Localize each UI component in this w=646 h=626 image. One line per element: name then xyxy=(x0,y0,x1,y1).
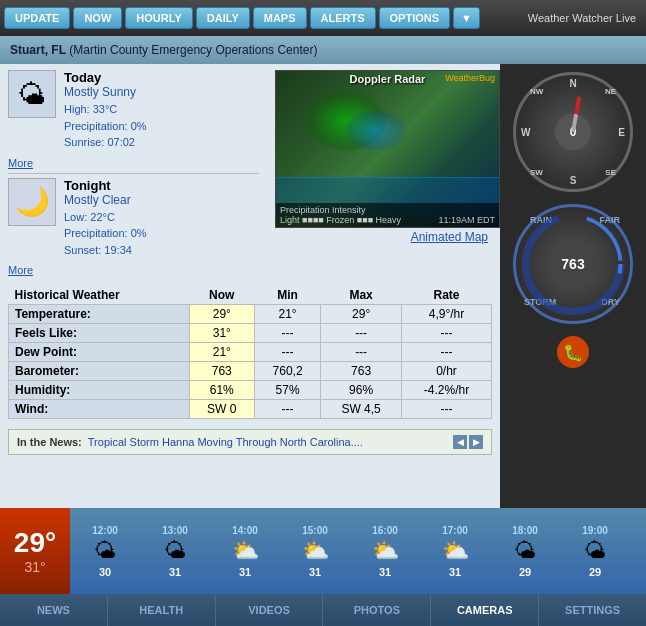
hourly-icon: 🌤 xyxy=(94,538,116,564)
bottom-nav-videos[interactable]: VIDEOS xyxy=(216,594,324,626)
hist-col-rate: Rate xyxy=(401,286,491,305)
hist-label: Humidity: xyxy=(9,381,190,400)
radar-title: Doppler Radar xyxy=(350,73,426,85)
hist-label: Dew Point: xyxy=(9,343,190,362)
hist-max: 763 xyxy=(321,362,402,381)
news-prev-button[interactable]: ◀ xyxy=(453,435,467,449)
hist-now: 61% xyxy=(189,381,254,400)
current-temp-box: 29° 31° xyxy=(0,508,70,594)
weather-left-col: 🌤 Today Mostly Sunny High: 33°C Precipit… xyxy=(8,70,259,276)
hist-min: --- xyxy=(254,324,320,343)
left-panel: 🌤 Today Mostly Sunny High: 33°C Precipit… xyxy=(0,64,500,508)
hourly-item: 18:00 🌤 29 xyxy=(490,521,560,582)
hist-min: --- xyxy=(254,343,320,362)
news-nav: ◀ ▶ xyxy=(453,435,483,449)
bottom-nav-photos[interactable]: PHOTOS xyxy=(323,594,431,626)
compass-se-label: SE xyxy=(605,168,616,177)
bottom-nav-news[interactable]: NEWS xyxy=(0,594,108,626)
animated-map-link[interactable]: Animated Map xyxy=(267,230,488,244)
tonight-icon: 🌙 xyxy=(8,178,56,226)
today-block: 🌤 Today Mostly Sunny High: 33°C Precipit… xyxy=(8,70,259,151)
hourly-temp: 31 xyxy=(449,566,461,578)
table-row: Barometer: 763 760,2 763 0/hr xyxy=(9,362,492,381)
table-row: Wind: SW 0 --- SW 4,5 --- xyxy=(9,400,492,419)
hist-label: Temperature: xyxy=(9,305,190,324)
hist-max: 96% xyxy=(321,381,402,400)
hourly-icon: 🌤 xyxy=(164,538,186,564)
hist-now: 31° xyxy=(189,324,254,343)
tonight-info: Tonight Mostly Clear Low: 22°C Precipita… xyxy=(64,178,259,259)
hourly-time: 12:00 xyxy=(92,525,118,536)
hist-label: Wind: xyxy=(9,400,190,419)
hourly-items: 12:00 🌤 30 13:00 🌤 31 14:00 ⛅ 31 15:00 ⛅… xyxy=(70,521,630,582)
hist-max: --- xyxy=(321,343,402,362)
right-panel: N S E W NE NW SE SW 0 RAIN xyxy=(500,64,646,508)
hourly-time: 14:00 xyxy=(232,525,258,536)
hourly-button[interactable]: HOURLY xyxy=(125,7,192,29)
today-icon: 🌤 xyxy=(8,70,56,118)
compass-w-label: W xyxy=(521,127,530,138)
bottom-nav-health[interactable]: HEALTH xyxy=(108,594,216,626)
compass-s-label: S xyxy=(570,175,577,186)
hourly-icon: 🌤 xyxy=(514,538,536,564)
today-condition: Mostly Sunny xyxy=(64,85,259,99)
hist-min: 21° xyxy=(254,305,320,324)
app-container: UPDATE NOW HOURLY DAILY MAPS ALERTS OPTI… xyxy=(0,0,646,626)
radar-brand: WeatherBug xyxy=(445,73,495,83)
compass-bg: N S E W NE NW SE SW 0 xyxy=(513,72,633,192)
now-button[interactable]: NOW xyxy=(73,7,122,29)
hourly-time: 17:00 xyxy=(442,525,468,536)
tonight-more-link[interactable]: More xyxy=(8,264,259,276)
compass-e-label: E xyxy=(618,127,625,138)
today-high: High: 33°C xyxy=(64,103,117,115)
bottom-nav: NEWS HEALTH VIDEOS PHOTOS CAMERAS SETTIN… xyxy=(0,594,646,626)
alerts-button[interactable]: ALERTS xyxy=(310,7,376,29)
hist-max: --- xyxy=(321,324,402,343)
maps-button[interactable]: MAPS xyxy=(253,7,307,29)
weatherbug-icon[interactable]: 🐛 xyxy=(557,336,589,368)
main-area: 🌤 Today Mostly Sunny High: 33°C Precipit… xyxy=(0,64,646,508)
bottom-nav-cameras[interactable]: CAMERAS xyxy=(431,594,539,626)
news-label: In the News: xyxy=(17,436,82,448)
bottom-nav-settings[interactable]: SETTINGS xyxy=(539,594,646,626)
weather-radar-section: 🌤 Today Mostly Sunny High: 33°C Precipit… xyxy=(0,64,500,276)
today-sunrise: Sunrise: 07:02 xyxy=(64,136,135,148)
hist-rate: --- xyxy=(401,343,491,362)
radar-map: Doppler Radar WeatherBug Precipitation I… xyxy=(275,70,500,228)
today-details: High: 33°C Precipitation: 0% Sunrise: 07… xyxy=(64,101,259,151)
location-bar: Stuart, FL (Martin County Emergency Oper… xyxy=(0,36,646,64)
tonight-block: 🌙 Tonight Mostly Clear Low: 22°C Precipi… xyxy=(8,178,259,259)
today-title: Today xyxy=(64,70,259,85)
hourly-icon: ⛅ xyxy=(442,538,469,564)
hourly-time: 15:00 xyxy=(302,525,328,536)
radar-overlay: Precipitation Intensity Light ■■■■ Froze… xyxy=(276,203,499,227)
news-text: Tropical Storm Hanna Moving Through Nort… xyxy=(88,436,447,448)
daily-button[interactable]: DAILY xyxy=(196,7,250,29)
hourly-item: 12:00 🌤 30 xyxy=(70,521,140,582)
table-row: Dew Point: 21° --- --- --- xyxy=(9,343,492,362)
top-bar: UPDATE NOW HOURLY DAILY MAPS ALERTS OPTI… xyxy=(0,0,646,36)
compass-nw-label: NW xyxy=(530,87,543,96)
current-temp-low: 31° xyxy=(24,559,45,575)
options-button[interactable]: OPTIONS xyxy=(379,7,451,29)
dropdown-button[interactable]: ▼ xyxy=(453,7,480,29)
hist-rate: --- xyxy=(401,400,491,419)
today-more-link[interactable]: More xyxy=(8,157,259,169)
hist-rate: --- xyxy=(401,324,491,343)
news-next-button[interactable]: ▶ xyxy=(469,435,483,449)
hist-col-max: Max xyxy=(321,286,402,305)
radar-timestamp: 11:19AM EDT xyxy=(438,215,495,225)
today-info: Today Mostly Sunny High: 33°C Precipitat… xyxy=(64,70,259,151)
radar-section: Doppler Radar WeatherBug Precipitation I… xyxy=(267,70,492,276)
location-city: Stuart, FL xyxy=(10,43,66,57)
hourly-time: 13:00 xyxy=(162,525,188,536)
today-precip: Precipitation: 0% xyxy=(64,120,147,132)
hourly-icon: 🌤 xyxy=(584,538,606,564)
table-row: Temperature: 29° 21° 29° 4,9°/hr xyxy=(9,305,492,324)
table-row: Feels Like: 31° --- --- --- xyxy=(9,324,492,343)
hourly-time: 19:00 xyxy=(582,525,608,536)
update-button[interactable]: UPDATE xyxy=(4,7,70,29)
hist-now: 763 xyxy=(189,362,254,381)
hourly-item: 19:00 🌤 29 xyxy=(560,521,630,582)
hourly-item: 15:00 ⛅ 31 xyxy=(280,521,350,582)
